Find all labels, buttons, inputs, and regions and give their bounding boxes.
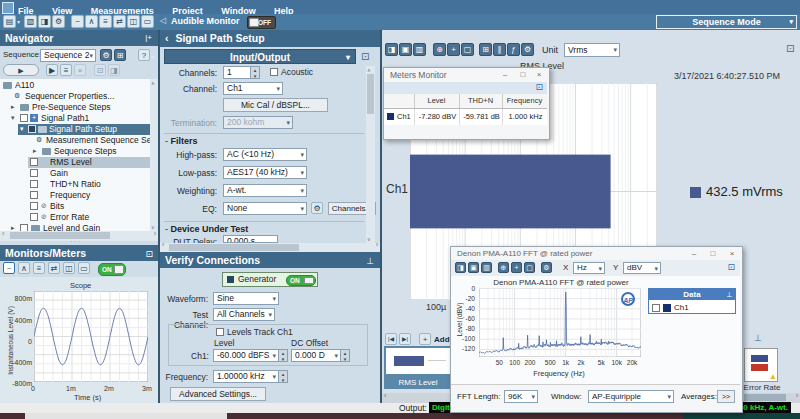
new-caret-icon[interactable]: ▾ [17, 18, 20, 25]
level-stepper[interactable]: ▴▾ [278, 349, 288, 362]
pan-icon[interactable]: + [511, 262, 522, 273]
function-icon[interactable]: ƒ [507, 43, 520, 56]
meters-monitor-window[interactable]: Meters Monitor – □ × ⊡ Level THD+N Frequ… [383, 67, 550, 140]
window-select[interactable]: AP-Equiripple▾ [588, 390, 674, 403]
tree-vscrollbar[interactable]: ∧∨ [150, 79, 158, 231]
meters-icon[interactable]: ◫ [127, 15, 140, 28]
sweep-monitor-icon[interactable]: ⇄ [48, 262, 60, 274]
help-caret-icon[interactable]: ▾ [151, 53, 154, 60]
io-selector-dropdown[interactable]: Input/Output ▾ [164, 49, 356, 64]
graph-settings-icon[interactable]: ⚙ [521, 43, 534, 56]
highpass-select[interactable]: AC (<10 Hz)▾ [223, 148, 307, 161]
tree-item-sequencer-properties[interactable]: ⚙Sequencer Properties... [0, 91, 150, 102]
eq-settings-icon[interactable]: ⚙ [311, 202, 323, 214]
fft-length-select[interactable]: 96K▾ [504, 390, 538, 403]
tree-item-rms-level[interactable]: RMS Level [28, 157, 150, 168]
data-table-icon[interactable]: ⊞ [479, 43, 492, 56]
eq-select[interactable]: None▾ [223, 202, 307, 215]
popup-icon[interactable]: ⊡ [145, 246, 153, 262]
scope-monitor-icon[interactable]: ~ [3, 262, 15, 274]
add-label[interactable]: Add [434, 335, 450, 344]
sequencer-icon[interactable]: ≡ [99, 15, 112, 28]
channels-stepper[interactable]: ▴▾ [250, 66, 260, 79]
lowpass-select[interactable]: AES17 (40 kHz)▾ [223, 166, 307, 179]
weighting-select[interactable]: A-wt.▾ [223, 184, 307, 197]
generator-panel-icon[interactable]: ~ [71, 15, 84, 28]
tree-item-level-and-gain[interactable]: ▸Level and Gain [0, 223, 150, 231]
generator-monitor-icon[interactable]: ▭ [78, 262, 90, 274]
legend-channel-checkbox[interactable] [652, 304, 660, 312]
tree-item-error-rate[interactable]: ⊘Error Rate [0, 212, 150, 223]
close-icon[interactable]: × [531, 68, 547, 81]
maximize-icon[interactable]: □ [515, 68, 531, 81]
fft-window[interactable]: Denon PMA-A110 FFT @ rated power – □ × ◨… [450, 246, 743, 413]
save-icon[interactable]: ◨ [455, 262, 466, 273]
monitors-on-toggle[interactable]: ON [98, 263, 126, 276]
levels-track-checkbox[interactable] [216, 328, 224, 336]
error-rate-thumbnail[interactable]: ▲ [744, 348, 778, 382]
tree-item-frequency[interactable]: Frequency [0, 190, 150, 201]
dut-section-header[interactable]: - Device Under Test [165, 224, 248, 234]
minimize-icon[interactable]: – [686, 247, 702, 260]
bar-graph-icon[interactable]: ▭ [141, 15, 154, 28]
sequence-mode-dropdown[interactable]: Sequence Mode ▾ [656, 15, 797, 29]
print-icon[interactable]: ▥ [481, 262, 492, 273]
autoscale-icon[interactable]: ▢ [461, 43, 474, 56]
run-report-icon[interactable]: ≡ [60, 64, 72, 76]
dut-delay-input[interactable]: 0.000 s [223, 235, 278, 243]
fft-monitor-icon[interactable]: ∧ [18, 262, 30, 274]
filters-section-header[interactable]: - Filters [165, 136, 198, 146]
autoscale-icon[interactable]: ▢ [524, 262, 535, 273]
popup-icon[interactable]: ⊡ [786, 43, 794, 54]
pan-icon[interactable]: + [447, 43, 460, 56]
dc-offset-input[interactable]: 0.000 D▾ [291, 349, 341, 362]
first-measurement-icon[interactable]: |◀ [385, 333, 397, 345]
meter-list-icon[interactable]: ≡ [33, 262, 45, 274]
close-icon[interactable]: × [724, 247, 740, 260]
open-icon[interactable]: ▧ [24, 15, 37, 28]
popup-icon[interactable]: ⊡ [361, 51, 369, 62]
run-measurement-icon[interactable]: ▶ [46, 64, 58, 76]
pin-icon[interactable]: ⊥ [726, 289, 732, 300]
channel-select[interactable]: Ch1▾ [223, 82, 283, 95]
report-icon[interactable]: ⊞ [114, 49, 126, 61]
dc-stepper[interactable]: ▴▾ [340, 349, 350, 362]
pin-icon[interactable]: ⊥ [754, 333, 762, 343]
zoom-icon[interactable]: ⊕ [498, 262, 509, 273]
fft-settings-icon[interactable]: ⚙ [541, 262, 552, 273]
copy-graph-icon[interactable]: ▣ [399, 43, 412, 56]
audible-monitor-toggle[interactable]: OFF [247, 16, 276, 29]
sweep-icon[interactable]: ⇄ [113, 15, 126, 28]
averages-expand-button[interactable]: >> [717, 390, 735, 403]
bar-monitor-icon[interactable]: ◫ [63, 262, 75, 274]
rms-level-thumbnail[interactable] [384, 346, 452, 376]
back-icon[interactable]: ‹ [165, 32, 169, 44]
tree-item-signal-path-setup[interactable]: ▾Signal Path Setup [18, 124, 150, 135]
settings-icon[interactable]: ⚙ [52, 15, 65, 28]
generator-button[interactable]: Generator ON [222, 272, 318, 287]
rms-level-thumbnail-label[interactable]: RMS Level [384, 376, 452, 389]
tree-item-sequence-steps[interactable]: ▸Sequence Steps [0, 146, 150, 157]
new-project-icon[interactable]: ▤ [3, 15, 16, 28]
scrollbar-thumb[interactable] [744, 394, 786, 401]
run-sequence-button[interactable]: ▶ [3, 64, 39, 76]
acoustic-checkbox[interactable] [270, 68, 278, 76]
x-unit-select[interactable]: Hz▾ [573, 262, 605, 274]
waveform-select[interactable]: Sine▾ [213, 292, 279, 305]
tree-item-measurement-sequence-settings[interactable]: ⚙Measurement Sequence Settings... [0, 135, 150, 146]
frequency-stepper[interactable]: ▴▾ [278, 370, 288, 383]
tree-item-project[interactable]: A110 [0, 80, 150, 91]
add-view-icon[interactable]: |+ [145, 30, 152, 46]
maximize-icon[interactable]: □ [705, 247, 721, 260]
generator-on-toggle[interactable]: ON [286, 275, 316, 286]
print-graph-icon[interactable]: ▥ [413, 43, 426, 56]
last-measurement-icon[interactable]: ▶| [399, 333, 411, 345]
save-icon[interactable]: ◨ [38, 15, 51, 28]
y-unit-select[interactable]: dBV▾ [623, 262, 661, 274]
sps-vscrollbar[interactable]: ∧∨ [366, 66, 375, 243]
error-rate-thumbnail-label[interactable]: Error Rate [738, 383, 786, 392]
frequency-input[interactable]: 1.00000 kHz▾ [213, 370, 279, 383]
tree-item-thdn-ratio[interactable]: THD+N Ratio [0, 179, 150, 190]
popup-icon[interactable]: ⊡ [727, 262, 735, 272]
level-input[interactable]: -60.000 dBFS▾ [213, 349, 279, 362]
